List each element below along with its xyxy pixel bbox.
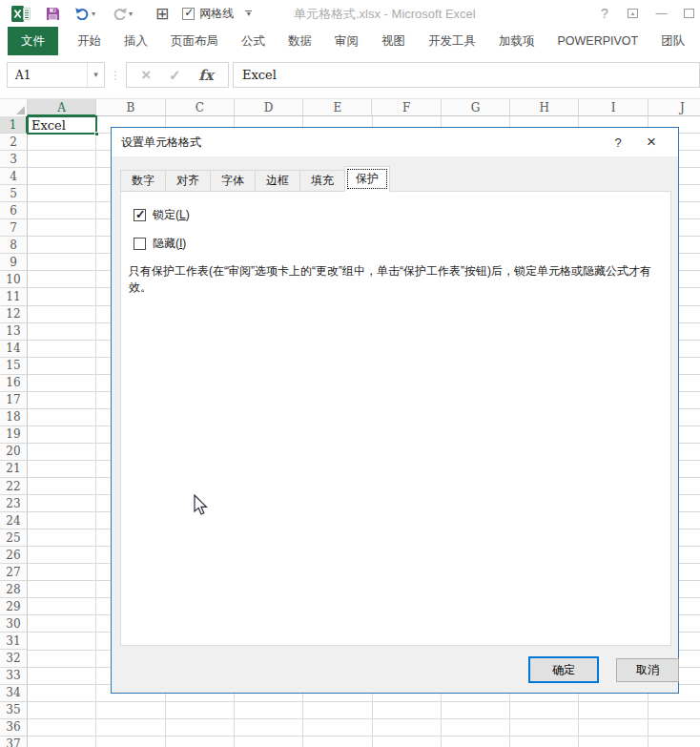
row-header[interactable]: 30 xyxy=(0,615,28,633)
column-header[interactable]: J xyxy=(649,99,700,116)
row-header[interactable]: 13 xyxy=(0,323,28,341)
column-header[interactable]: F xyxy=(372,99,441,116)
ribbon-tab[interactable]: POWERPIVOT xyxy=(546,27,650,55)
row-header[interactable]: 35 xyxy=(0,702,28,719)
row-header[interactable]: 3 xyxy=(0,151,28,168)
ribbon-tab[interactable]: 加载项 xyxy=(487,27,546,55)
row-header[interactable]: 20 xyxy=(0,444,28,461)
row-header[interactable]: 5 xyxy=(0,185,28,202)
row-header[interactable]: 29 xyxy=(0,598,28,615)
row-header[interactable]: 36 xyxy=(0,719,28,737)
ribbon-tab[interactable]: 开发工具 xyxy=(417,27,487,55)
column-header[interactable]: I xyxy=(579,99,648,116)
column-header[interactable]: B xyxy=(96,99,165,116)
select-all-corner[interactable] xyxy=(0,99,28,116)
dialog-close-icon[interactable]: × xyxy=(632,133,670,152)
ribbon-tab[interactable]: 公式 xyxy=(230,27,277,55)
undo-dropdown-icon[interactable]: ▾ xyxy=(92,10,95,18)
dialog-tab[interactable]: 数字 xyxy=(120,170,166,192)
row-header[interactable]: 23 xyxy=(0,495,28,512)
row-header[interactable]: 21 xyxy=(0,461,28,478)
row-header[interactable]: 6 xyxy=(0,202,28,219)
column-header[interactable]: E xyxy=(303,99,372,116)
name-box[interactable]: A1 ▾ xyxy=(7,62,105,88)
ribbon-tab[interactable]: 文件 xyxy=(8,27,58,55)
locked-option[interactable]: 锁定(L) xyxy=(134,207,670,223)
row-header[interactable]: 16 xyxy=(0,375,28,392)
row-header[interactable]: 7 xyxy=(0,219,28,237)
undo-icon[interactable]: ▾ xyxy=(71,2,99,25)
redo-dropdown-icon[interactable]: ▾ xyxy=(129,10,133,18)
ribbon-tab[interactable]: 页面布局 xyxy=(159,27,230,55)
row-header[interactable]: 28 xyxy=(0,581,28,598)
help-icon[interactable]: ? xyxy=(597,5,612,22)
dialog-help-icon[interactable]: ? xyxy=(604,135,632,150)
row-header[interactable]: 25 xyxy=(0,529,28,547)
column-header[interactable]: C xyxy=(166,99,235,116)
column-header[interactable]: A xyxy=(28,99,96,116)
ribbon-tab-label: 数据 xyxy=(288,33,312,50)
ribbon-tab[interactable]: 团队 xyxy=(649,27,696,55)
dialog-tab[interactable]: 字体 xyxy=(210,170,256,192)
formula-bar-separator[interactable]: ⋮ xyxy=(105,69,126,82)
dialog-tab[interactable]: 边框 xyxy=(255,170,300,192)
view-gridlines-icon[interactable]: ⊞ xyxy=(152,2,173,25)
row-header[interactable]: 10 xyxy=(0,271,28,288)
ribbon-tab[interactable]: 视图 xyxy=(370,27,417,55)
name-box-dropdown-icon[interactable]: ▾ xyxy=(87,63,104,87)
row-header[interactable]: 4 xyxy=(0,168,28,185)
dialog-tab[interactable]: 填充 xyxy=(299,170,345,192)
row-header[interactable]: 9 xyxy=(0,254,28,271)
ribbon-tab[interactable]: 开始 xyxy=(66,27,113,55)
ribbon-tab[interactable]: 数据 xyxy=(277,27,323,55)
gridlines-checkbox[interactable] xyxy=(182,8,195,20)
ribbon-tab[interactable]: 审阅 xyxy=(323,27,370,55)
insert-function-icon[interactable]: fx xyxy=(198,67,213,84)
save-icon[interactable] xyxy=(42,2,64,25)
row-header[interactable]: 8 xyxy=(0,237,28,254)
redo-icon[interactable]: ▾ xyxy=(108,2,136,25)
dialog-tab[interactable]: 保护 xyxy=(344,166,390,192)
locked-checkbox[interactable] xyxy=(134,209,146,221)
row-header[interactable]: 11 xyxy=(0,288,28,305)
row-header[interactable]: 27 xyxy=(0,564,28,581)
row-header[interactable]: 14 xyxy=(0,341,28,358)
ok-button[interactable]: 确定 xyxy=(528,656,599,683)
hidden-option[interactable]: 隐藏(I) xyxy=(134,236,670,252)
fill-handle[interactable] xyxy=(94,132,99,136)
row-header[interactable]: 18 xyxy=(0,409,28,426)
row-header[interactable]: 12 xyxy=(0,306,28,323)
column-header[interactable]: G xyxy=(442,99,510,116)
row-header[interactable]: 26 xyxy=(0,547,28,564)
column-header[interactable]: D xyxy=(235,99,303,116)
column-header[interactable]: H xyxy=(510,99,579,116)
row-header[interactable]: 24 xyxy=(0,512,28,529)
row-header[interactable]: 1 xyxy=(0,116,28,134)
qat-overflow-icon[interactable]: ▾ xyxy=(245,10,252,17)
row-header[interactable]: 32 xyxy=(0,650,28,667)
row-header[interactable]: 33 xyxy=(0,668,28,685)
formula-input[interactable]: Excel xyxy=(233,62,700,88)
row-header[interactable]: 34 xyxy=(0,685,28,702)
maximize-icon[interactable] xyxy=(684,9,694,18)
row-header[interactable]: 19 xyxy=(0,426,28,444)
ribbon-tab-label: 文件 xyxy=(21,33,45,50)
ribbon-display-options-icon[interactable]: ▴ xyxy=(628,9,638,18)
cancel-entry-icon[interactable]: × xyxy=(141,66,151,85)
ribbon-tab-label: 视图 xyxy=(381,33,405,50)
active-cell-a1[interactable]: Excel xyxy=(27,115,97,135)
excel-logo-icon[interactable] xyxy=(8,2,34,25)
dialog-tab[interactable]: 对齐 xyxy=(165,170,211,192)
row-header[interactable]: 17 xyxy=(0,392,28,409)
minimize-icon[interactable]: — xyxy=(653,5,669,22)
row-header[interactable]: 37 xyxy=(0,737,28,747)
row-header[interactable]: 15 xyxy=(0,358,28,375)
row-header[interactable]: 2 xyxy=(0,134,28,151)
gridlines-toggle[interactable]: 网格线 xyxy=(182,6,234,22)
row-header[interactable]: 22 xyxy=(0,478,28,495)
ribbon-tab[interactable]: 插入 xyxy=(113,27,159,55)
confirm-entry-icon[interactable]: ✓ xyxy=(169,67,181,84)
hidden-checkbox[interactable] xyxy=(134,238,146,250)
row-header[interactable]: 31 xyxy=(0,633,28,650)
cancel-button[interactable]: 取消 xyxy=(616,658,679,682)
